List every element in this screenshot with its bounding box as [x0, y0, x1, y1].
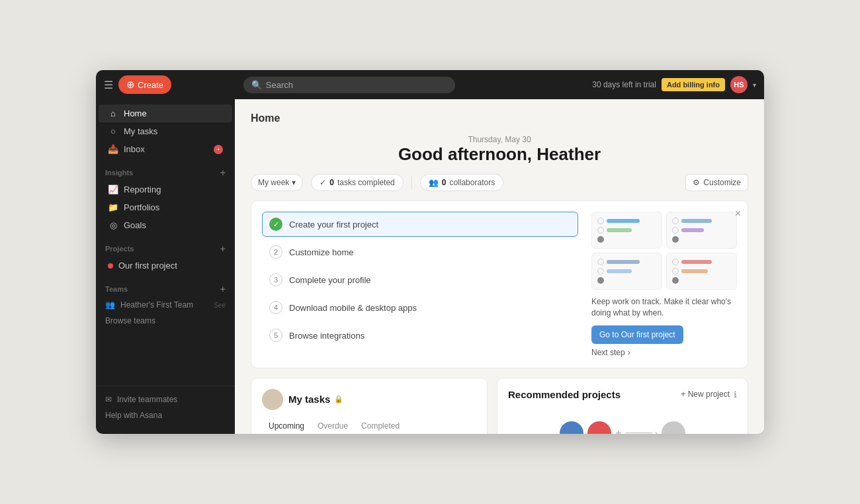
recommended-header: Recommended projects + New project ℹ [508, 389, 737, 400]
recommended-projects-card: Recommended projects + New project ℹ + › [497, 378, 748, 434]
sidebar-item-heathers-team[interactable]: 👥 Heather's First Team See [96, 297, 235, 313]
week-selector[interactable]: My week ▾ [251, 174, 303, 191]
stats-divider [411, 176, 412, 189]
projects-section: Projects + [96, 243, 235, 257]
tasks-completed-stat: ✓ 0 tasks completed [311, 174, 403, 191]
tab-overdue[interactable]: Overdue [311, 418, 355, 434]
my-tasks-header: My tasks 🔒 [262, 389, 476, 410]
recommended-visual: + › [508, 408, 737, 434]
rec-circle-gray [662, 421, 685, 434]
page-title: Home [251, 112, 748, 124]
chevron-down-icon[interactable]: ▾ [753, 81, 756, 89]
see-link[interactable]: See [214, 302, 226, 309]
tab-upcoming[interactable]: Upcoming [262, 418, 311, 434]
stats-bar: My week ▾ ✓ 0 tasks completed 👥 0 collab… [251, 174, 748, 191]
checklist-item-3[interactable]: 3 Complete your profile [262, 267, 578, 292]
sidebar-item-home[interactable]: ⌂ Home [99, 105, 232, 122]
checklist-items: ✓ Create your first project 2 Customize … [262, 212, 578, 357]
sidebar-item-my-tasks[interactable]: ○ My tasks [99, 122, 232, 140]
step-num-4: 4 [269, 301, 282, 314]
rec-circle-blue [560, 421, 583, 434]
sidebar-item-portfolios[interactable]: 📁 Portfolios [99, 198, 232, 216]
topbar: ☰ ⊕ Create 🔍 Search 30 days left in tria… [96, 70, 764, 99]
my-tasks-tabs: Upcoming Overdue Completed [262, 418, 476, 434]
sidebar-item-inbox[interactable]: 📥 Inbox • [99, 140, 232, 158]
step-num-5: 5 [269, 329, 282, 342]
portfolios-icon: 📁 [108, 202, 118, 212]
inbox-badge: • [214, 145, 223, 154]
my-tasks-avatar [262, 389, 283, 410]
preview-card-4 [666, 253, 737, 290]
preview-card-2 [666, 212, 737, 249]
my-tasks-card: My tasks 🔒 Upcoming Overdue Completed + … [251, 378, 488, 434]
checklist-item-4[interactable]: 4 Download mobile & desktop apps [262, 295, 578, 320]
sidebar-item-reporting[interactable]: 📈 Reporting [99, 181, 232, 198]
plus-connect-icon: + [615, 427, 621, 434]
checklist-desc: Keep work on track. Make it clear who's … [591, 296, 737, 319]
inbox-icon: 📥 [108, 144, 118, 154]
step-num-2: 2 [269, 245, 282, 259]
insights-section: Insights + [96, 167, 235, 181]
trial-text: 30 days left in trial [592, 80, 656, 89]
step-num-3: 3 [269, 273, 282, 286]
plus-icon: ⊕ [126, 79, 135, 91]
browse-teams-link[interactable]: Browse teams [96, 313, 235, 329]
customize-button[interactable]: ⚙ Customize [685, 174, 748, 191]
project-color-dot [108, 263, 113, 269]
lock-icon: 🔒 [334, 395, 343, 403]
help-link[interactable]: Help with Asana [96, 407, 235, 423]
recommended-title: Recommended projects [508, 389, 621, 400]
insights-add-icon[interactable]: + [220, 167, 226, 178]
rec-circle-red [587, 421, 611, 434]
close-card-button[interactable]: × [735, 208, 741, 220]
sidebar-item-our-first-project[interactable]: Our first project [99, 257, 232, 274]
invite-icon: ✉ [105, 395, 112, 404]
go-to-project-button[interactable]: Go to Our first project [591, 325, 683, 344]
teams-section: Teams + [96, 284, 235, 297]
checked-icon: ✓ [269, 218, 282, 231]
invite-teammates-button[interactable]: ✉ Invite teammates [96, 392, 235, 407]
preview-card-3 [591, 253, 662, 290]
main-content: Home Thursday, May 30 Good afternoon, He… [235, 99, 764, 434]
goals-icon: ◎ [108, 220, 118, 230]
customize-icon: ⚙ [693, 178, 700, 187]
next-chevron-icon: › [628, 348, 630, 357]
reporting-icon: 📈 [108, 185, 118, 194]
avatar[interactable]: HS [730, 76, 748, 93]
info-icon: ℹ [734, 390, 737, 399]
greeting-name: Good afternoon, Heather [251, 144, 748, 165]
collaborators-stat: 👥 0 collaborators [420, 174, 503, 191]
greeting-date: Thursday, May 30 [251, 135, 748, 144]
projects-add-icon[interactable]: + [220, 243, 226, 254]
week-chevron-icon: ▾ [292, 178, 296, 187]
teams-add-icon[interactable]: + [220, 284, 226, 294]
checklist-item-5[interactable]: 5 Browse integrations [262, 323, 578, 348]
people-icon: 👥 [105, 300, 115, 310]
greeting-section: Thursday, May 30 Good afternoon, Heather [251, 135, 748, 165]
preview-grid [591, 212, 737, 290]
check-circle-icon: ○ [108, 126, 118, 136]
check-icon: ✓ [320, 178, 326, 187]
new-project-button[interactable]: + New project [681, 390, 730, 399]
people-stat-icon: 👥 [429, 178, 439, 187]
my-tasks-title: My tasks [288, 394, 330, 405]
checklist-item-1[interactable]: ✓ Create your first project [262, 212, 578, 237]
search-bar[interactable]: 🔍 Search [243, 77, 455, 93]
checklist-item-2[interactable]: 2 Customize home [262, 239, 578, 265]
next-step-link[interactable]: Next step › [591, 348, 737, 357]
checklist-right: Keep work on track. Make it clear who's … [591, 212, 737, 357]
add-billing-button[interactable]: Add billing info [662, 78, 725, 91]
hamburger-icon[interactable]: ☰ [104, 79, 113, 91]
bottom-row: My tasks 🔒 Upcoming Overdue Completed + … [251, 378, 748, 434]
tab-completed[interactable]: Completed [355, 418, 406, 434]
create-button[interactable]: ⊕ Create [118, 75, 171, 94]
search-icon: 🔍 [251, 80, 262, 90]
arrow-icon: › [655, 428, 658, 434]
sidebar: ⌂ Home ○ My tasks 📥 Inbox • Insights + 📈… [96, 99, 235, 434]
preview-card-1 [591, 212, 662, 249]
sidebar-item-goals[interactable]: ◎ Goals [99, 216, 232, 234]
home-icon: ⌂ [108, 108, 118, 118]
checklist-card: ✓ Create your first project 2 Customize … [251, 200, 748, 368]
